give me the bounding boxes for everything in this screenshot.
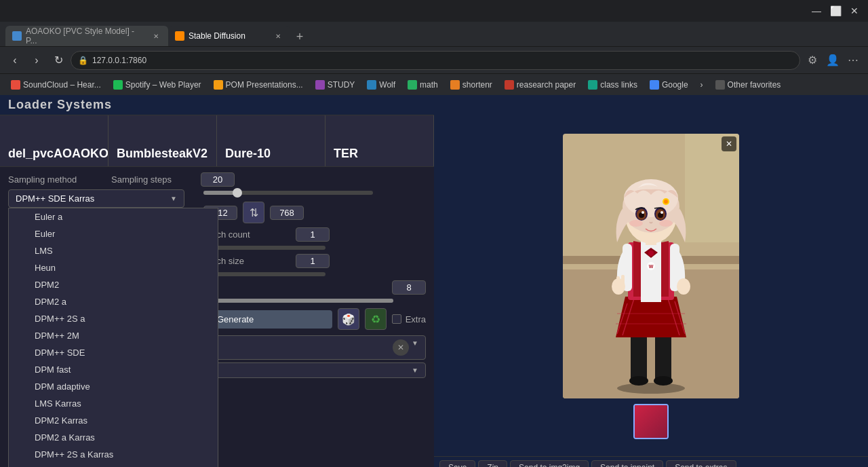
sampling-dropdown-wrapper: DPM++ SDE Karras Euler a Euler — [8, 189, 184, 208]
steps-slider-track[interactable] — [203, 191, 373, 195]
bookmark-spotify[interactable]: Spotify – Web Player — [108, 79, 207, 91]
swap-dimensions-button[interactable]: ⇅ — [243, 202, 264, 223]
extensions-button[interactable]: ⚙ — [803, 51, 822, 70]
send-img2img-button[interactable]: Send to img2img — [510, 460, 589, 468]
dropdown-item-dpmadap[interactable]: DPM adaptive — [9, 378, 218, 395]
svg-point-7 — [629, 376, 648, 386]
batch-count-slider-row — [203, 246, 426, 250]
bookmark-google[interactable]: Google — [644, 79, 694, 91]
dropdown-item-dpm2akarras[interactable]: DPM2 a Karras — [9, 429, 218, 446]
tab-close-sd[interactable]: ✕ — [273, 31, 283, 41]
bookmark-soundcloud[interactable]: SoundCloud – Hear... — [5, 79, 106, 91]
script-dropdown-1[interactable]: ✕ ▼ — [203, 335, 426, 360]
script-1-arrow-icon[interactable]: ▼ — [412, 339, 418, 356]
tab-label-sd: Stable Diffusion — [189, 31, 245, 41]
steps-slider-thumb[interactable] — [233, 188, 242, 198]
dropdown-item-dpm2a[interactable]: DPM2 a — [9, 293, 218, 310]
dropdown-item-dpm2sa[interactable]: DPM++ 2S a — [9, 310, 218, 327]
dropdown-item-euler-a[interactable]: Euler a — [9, 208, 218, 225]
generated-image: W — [563, 134, 739, 398]
steps-value-box[interactable]: 20 — [201, 172, 235, 187]
close-image-button[interactable]: ✕ — [722, 136, 736, 151]
maximize-button[interactable]: ⬜ — [827, 3, 844, 19]
dropdown-item-label-dpmsde: DPM++ SDE — [35, 348, 85, 358]
script-dropdown-2[interactable]: ▼ — [203, 362, 426, 378]
bookmark-more[interactable]: › — [695, 79, 709, 91]
cfg-value-box[interactable]: 8 — [392, 280, 426, 295]
batch-size-slider-track[interactable] — [203, 272, 326, 276]
tab-close-aoaoko[interactable]: ✕ — [151, 31, 161, 41]
profile-button[interactable]: 👤 — [823, 51, 842, 70]
dropdown-item-dpmfast[interactable]: DPM fast — [9, 361, 218, 378]
main-content: Loader Systems del_pvcAOAOKO Bumblesteak… — [0, 95, 868, 467]
dropdown-item-dpm2m[interactable]: DPM++ 2M — [9, 327, 218, 344]
script-2-arrow-icon[interactable]: ▼ — [412, 367, 418, 374]
dropdown-item-dpm2karras[interactable]: DPM2 Karras — [9, 412, 218, 429]
dropdown-item-dpm2[interactable]: DPM2 — [9, 276, 218, 293]
refresh-button[interactable]: ↻ — [49, 51, 68, 70]
model-card-3[interactable]: TER — [326, 115, 434, 166]
send-extras-button[interactable]: Send to extras — [666, 460, 736, 468]
dropdown-item-dpmsde[interactable]: DPM++ SDE — [9, 344, 218, 361]
dropdown-item-euler[interactable]: Euler — [9, 225, 218, 242]
batch-count-value[interactable]: 1 — [296, 227, 330, 242]
bookmark-wolf[interactable]: Wolf — [361, 79, 401, 91]
script-1-clear-icon[interactable]: ✕ — [393, 339, 409, 356]
zip-button[interactable]: Zip — [478, 460, 507, 468]
dice-button[interactable]: 🎲 — [338, 308, 359, 330]
new-tab-button[interactable]: + — [290, 27, 309, 46]
bookmark-math[interactable]: math — [402, 79, 443, 91]
bookmark-study[interactable]: STUDY — [310, 79, 361, 91]
close-window-button[interactable]: ✕ — [846, 3, 863, 19]
extra-checkbox-input[interactable] — [392, 314, 401, 324]
minimize-button[interactable]: — — [808, 3, 825, 19]
bookmark-pom[interactable]: POM Presentations... — [208, 79, 309, 91]
steps-slider-row — [203, 191, 426, 195]
model-card-1[interactable]: BumblesteakV2 — [108, 115, 217, 166]
address-bar[interactable]: 🔒 127.0.0.1:7860 — [71, 51, 800, 70]
model-card-name-1: BumblesteakV2 — [117, 147, 208, 161]
bookmark-classlinks[interactable]: class links — [583, 79, 643, 91]
sampling-method-dropdown[interactable]: DPM++ SDE Karras — [8, 189, 184, 208]
batch-size-row: Batch size 1 — [203, 254, 426, 268]
lock-icon: 🔒 — [78, 56, 88, 65]
thumbnail-0[interactable] — [633, 404, 669, 439]
tab-favicon-aoaoko — [12, 31, 22, 41]
bookmark-label-research: reasearch paper — [517, 80, 576, 90]
browser-title-bar: — ⬜ ✕ — [0, 0, 868, 22]
model-card-0[interactable]: del_pvcAOAOKO — [0, 115, 108, 166]
svg-point-8 — [654, 376, 673, 386]
svg-text:W: W — [649, 264, 654, 269]
svg-point-31 — [660, 211, 663, 214]
height-value-box[interactable]: 768 — [270, 206, 304, 220]
dropdown-item-lms[interactable]: LMS — [9, 242, 218, 259]
send-inpaint-button[interactable]: Send to inpaint — [591, 460, 663, 468]
model-card-2[interactable]: Dure-10 — [217, 115, 326, 166]
generate-button[interactable]: Generate — [203, 310, 332, 329]
right-panel: ✕ — [434, 95, 868, 467]
model-card-name-2: Dure-10 — [225, 147, 271, 161]
bookmark-shortenr[interactable]: shortenr — [445, 79, 498, 91]
more-button[interactable]: ⋯ — [844, 51, 863, 70]
batch-size-value[interactable]: 1 — [296, 254, 330, 268]
svg-point-4 — [617, 383, 685, 394]
tab-aoaoko[interactable]: AOAOKO [PVC Style Model] - P... ✕ — [5, 26, 168, 46]
cfg-slider-track[interactable] — [203, 299, 393, 303]
dropdown-item-label-lmskarras: LMS Karras — [35, 398, 81, 409]
recycle-button[interactable]: ♻ — [365, 308, 387, 330]
dropdown-item-label-dpm2a: DPM2 a — [35, 297, 66, 307]
bookmark-research[interactable]: reasearch paper — [499, 79, 581, 91]
dropdown-item-dpp2sakarras[interactable]: DPM++ 2S a Karras — [9, 446, 218, 463]
tab-stable-diffusion[interactable]: Stable Diffusion ✕ — [168, 26, 290, 46]
dropdown-item-lmskarras[interactable]: LMS Karras — [9, 395, 218, 412]
model-card-name-0: del_pvcAOAOKO — [8, 147, 108, 161]
dropdown-item-heun[interactable]: Heun — [9, 259, 218, 276]
bookmark-other-favorites[interactable]: Other favorites — [710, 79, 787, 91]
forward-button[interactable]: › — [27, 51, 46, 70]
left-panel: Loader Systems del_pvcAOAOKO Bumblesteak… — [0, 95, 434, 467]
save-button[interactable]: Save — [439, 460, 475, 468]
dropdown-item-dpm2mkarras[interactable]: DPM++ 2M Karras — [9, 463, 218, 467]
extra-checkbox[interactable]: Extra — [392, 314, 426, 324]
batch-count-slider-track[interactable] — [203, 246, 326, 250]
back-button[interactable]: ‹ — [5, 51, 24, 70]
